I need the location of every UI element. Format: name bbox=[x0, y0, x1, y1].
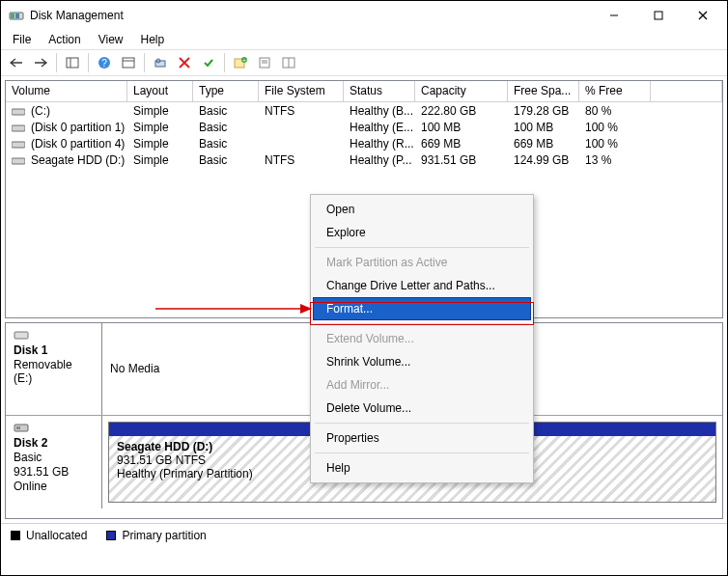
help-button[interactable]: ? bbox=[93, 52, 116, 73]
col-filesystem[interactable]: File System bbox=[259, 81, 344, 101]
menu-file[interactable]: File bbox=[5, 31, 39, 48]
cell-capacity: 222.80 GB bbox=[415, 103, 508, 119]
window-title: Disk Management bbox=[30, 9, 592, 22]
disk2-status: Online bbox=[14, 480, 94, 493]
disk2-size: 931.51 GB bbox=[14, 465, 94, 479]
svg-rect-1 bbox=[11, 14, 14, 18]
col-free[interactable]: Free Spa... bbox=[508, 81, 579, 101]
list-icon[interactable] bbox=[277, 52, 300, 73]
svg-rect-28 bbox=[12, 158, 25, 164]
col-volume[interactable]: Volume bbox=[6, 81, 127, 101]
context-menu: Open Explore Mark Partition as Active Ch… bbox=[310, 194, 534, 483]
partition-status: Healthy (Primary Partition) bbox=[117, 467, 253, 480]
cell-free: 179.28 GB bbox=[508, 103, 579, 119]
ctx-shrink[interactable]: Shrink Volume... bbox=[313, 350, 531, 373]
cell-pct: 13 % bbox=[579, 152, 651, 168]
svg-rect-27 bbox=[12, 142, 25, 148]
menu-action[interactable]: Action bbox=[41, 31, 88, 48]
checkmark-icon[interactable] bbox=[197, 52, 220, 73]
volume-row[interactable]: (C:)SimpleBasicNTFSHealthy (B...222.80 G… bbox=[6, 102, 722, 119]
volume-icon bbox=[12, 106, 25, 116]
properties-icon[interactable] bbox=[253, 52, 276, 73]
svg-rect-11 bbox=[123, 58, 134, 68]
svg-rect-7 bbox=[67, 58, 78, 68]
nav-forward-button[interactable] bbox=[29, 52, 52, 73]
cell-capacity: 669 MB bbox=[415, 136, 508, 151]
cell-pct: 100 % bbox=[579, 136, 651, 151]
settings-icon[interactable] bbox=[149, 52, 172, 73]
cell-volume: (Disk 0 partition 1) bbox=[6, 120, 127, 135]
show-hide-console-tree-button[interactable] bbox=[61, 52, 84, 73]
cell-capacity: 100 MB bbox=[415, 120, 508, 135]
cell-layout: Simple bbox=[127, 120, 193, 135]
ctx-mark-active: Mark Partition as Active bbox=[313, 251, 531, 274]
ctx-explore[interactable]: Explore bbox=[313, 221, 531, 244]
refresh-button[interactable] bbox=[117, 52, 140, 73]
ctx-help[interactable]: Help bbox=[313, 456, 531, 480]
delete-icon[interactable] bbox=[173, 52, 196, 73]
disk1-label[interactable]: Disk 1 Removable (E:) bbox=[6, 323, 102, 415]
nav-back-button[interactable] bbox=[5, 52, 28, 73]
cell-free: 124.99 GB bbox=[508, 152, 579, 168]
toolbar: ? + bbox=[1, 49, 727, 76]
cell-free: 100 MB bbox=[508, 120, 579, 135]
col-pctfree[interactable]: % Free bbox=[579, 81, 651, 101]
toolbar-separator bbox=[144, 53, 145, 72]
cell-type: Basic bbox=[193, 120, 259, 135]
partition-size: 931.51 GB NTFS bbox=[117, 453, 206, 467]
cell-type: Basic bbox=[193, 152, 259, 168]
cell-layout: Simple bbox=[127, 103, 193, 119]
ctx-extend: Extend Volume... bbox=[313, 327, 531, 350]
toolbar-separator bbox=[88, 53, 89, 72]
svg-text:+: + bbox=[242, 57, 246, 63]
menu-view[interactable]: View bbox=[91, 31, 131, 48]
close-button[interactable] bbox=[681, 1, 725, 30]
toolbar-separator bbox=[224, 53, 225, 72]
cell-fs bbox=[259, 126, 344, 128]
app-icon bbox=[9, 8, 24, 23]
volume-icon bbox=[12, 155, 25, 165]
svg-rect-31 bbox=[16, 426, 20, 429]
svg-text:?: ? bbox=[101, 58, 107, 69]
svg-rect-26 bbox=[12, 125, 25, 131]
volume-row[interactable]: Seagate HDD (D:)SimpleBasicNTFSHealthy (… bbox=[6, 151, 722, 168]
ctx-add-mirror: Add Mirror... bbox=[313, 373, 531, 397]
ctx-properties[interactable]: Properties bbox=[313, 426, 531, 450]
toolbar-separator bbox=[56, 53, 57, 72]
legend-swatch-unallocated bbox=[11, 531, 20, 540]
ctx-change-letter[interactable]: Change Drive Letter and Paths... bbox=[313, 274, 531, 297]
maximize-button[interactable] bbox=[636, 1, 681, 30]
col-status[interactable]: Status bbox=[344, 81, 415, 101]
col-spacer bbox=[651, 81, 722, 101]
svg-rect-4 bbox=[655, 12, 662, 19]
col-type[interactable]: Type bbox=[193, 81, 259, 101]
title-bar: Disk Management bbox=[1, 1, 727, 30]
volume-row[interactable]: (Disk 0 partition 1)SimpleBasicHealthy (… bbox=[6, 119, 722, 135]
ctx-format[interactable]: Format... bbox=[313, 297, 531, 320]
cell-type: Basic bbox=[193, 136, 259, 151]
disk2-type: Basic bbox=[14, 451, 94, 464]
cell-status: Healthy (B... bbox=[344, 103, 415, 119]
svg-rect-29 bbox=[14, 332, 28, 339]
svg-rect-2 bbox=[15, 14, 19, 18]
legend: Unallocated Primary partition bbox=[1, 523, 727, 546]
ctx-separator bbox=[315, 423, 529, 424]
ctx-open[interactable]: Open bbox=[313, 198, 531, 221]
legend-swatch-primary bbox=[106, 531, 116, 540]
ctx-delete[interactable]: Delete Volume... bbox=[313, 397, 531, 420]
volume-icon bbox=[12, 123, 25, 132]
menu-help[interactable]: Help bbox=[133, 31, 173, 48]
minimize-button[interactable] bbox=[592, 1, 636, 30]
partition-name: Seagate HDD (D:) bbox=[117, 440, 212, 453]
cell-pct: 100 % bbox=[579, 120, 651, 135]
menu-bar: File Action View Help bbox=[1, 30, 727, 49]
volume-icon bbox=[12, 139, 25, 149]
disk1-title: Disk 1 bbox=[14, 343, 94, 357]
volume-list-header: Volume Layout Type File System Status Ca… bbox=[6, 81, 722, 102]
col-capacity[interactable]: Capacity bbox=[415, 81, 508, 101]
volume-row[interactable]: (Disk 0 partition 4)SimpleBasicHealthy (… bbox=[6, 135, 722, 151]
disk2-label[interactable]: Disk 2 Basic 931.51 GB Online bbox=[6, 416, 102, 508]
new-volume-icon[interactable]: + bbox=[229, 52, 252, 73]
col-layout[interactable]: Layout bbox=[127, 81, 193, 101]
cell-volume: (C:) bbox=[6, 103, 127, 119]
